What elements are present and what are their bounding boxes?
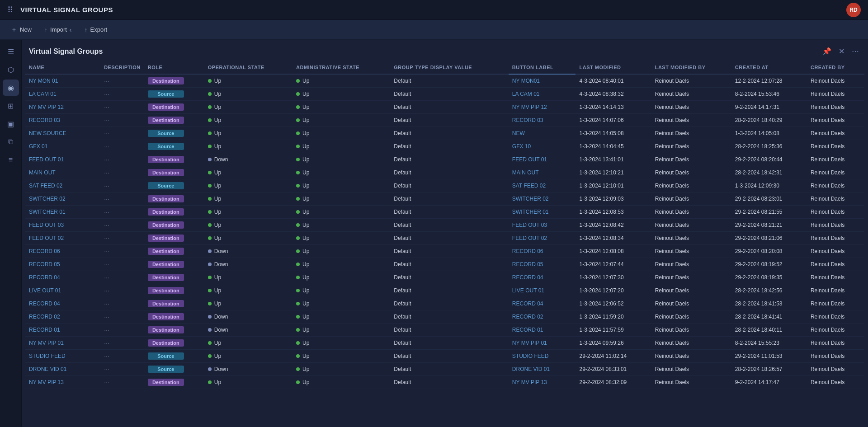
btn-label-link[interactable]: FEED OUT 01 — [512, 156, 547, 163]
nav-item-dashboard[interactable]: ⬡ — [3, 61, 19, 78]
cell-btn-label[interactable]: RECORD 01 — [509, 324, 576, 337]
avatar[interactable]: RD — [846, 3, 861, 17]
cell-name[interactable]: SWITCHER 02 — [25, 192, 100, 206]
nav-item-list[interactable]: ≡ — [3, 152, 19, 168]
cell-btn-label[interactable]: RECORD 03 — [509, 114, 576, 127]
btn-label-link[interactable]: NY MV PIP 12 — [512, 104, 547, 110]
cell-btn-label[interactable]: SWITCHER 01 — [509, 206, 576, 219]
btn-label-link[interactable]: DRONE VID 01 — [512, 366, 550, 372]
btn-label-link[interactable]: RECORD 05 — [512, 261, 543, 267]
cell-options[interactable]: ··· — [100, 219, 144, 232]
cell-options[interactable]: ··· — [100, 310, 144, 324]
cell-options[interactable]: ··· — [100, 350, 144, 363]
grid-icon[interactable]: ⠿ — [7, 5, 13, 15]
cell-name[interactable]: NEW SOURCE — [25, 127, 100, 140]
col-description[interactable]: DESCRIPTION — [100, 61, 144, 74]
cell-name[interactable]: RECORD 03 — [25, 114, 100, 127]
cell-btn-label[interactable]: LA CAM 01 — [509, 88, 576, 101]
cell-name[interactable]: RECORD 06 — [25, 245, 100, 258]
cell-options[interactable]: ··· — [100, 206, 144, 219]
cell-options[interactable]: ··· — [100, 258, 144, 271]
cell-name[interactable]: SAT FEED 02 — [25, 179, 100, 192]
cell-options[interactable]: ··· — [100, 74, 144, 88]
cell-btn-label[interactable]: NY MV PIP 13 — [509, 376, 576, 389]
cell-btn-label[interactable]: SAT FEED 02 — [509, 179, 576, 192]
btn-label-link[interactable]: LA CAM 01 — [512, 91, 540, 97]
cell-name[interactable]: NY MV PIP 01 — [25, 337, 100, 350]
cell-name[interactable]: NY MON 01 — [25, 74, 100, 88]
btn-label-link[interactable]: RECORD 06 — [512, 248, 543, 254]
cell-options[interactable]: ··· — [100, 88, 144, 101]
btn-label-link[interactable]: SAT FEED 02 — [512, 183, 546, 189]
cell-options[interactable]: ··· — [100, 245, 144, 258]
col-last-modified[interactable]: LAST MODIFIED — [576, 61, 651, 74]
cell-name[interactable]: RECORD 04 — [25, 297, 100, 310]
col-btn-label[interactable]: BUTTON LABEL — [509, 61, 576, 74]
btn-label-link[interactable]: STUDIO FEED — [512, 353, 549, 359]
cell-options[interactable]: ··· — [100, 153, 144, 166]
col-last-modified-by[interactable]: LAST MODIFIED BY — [651, 61, 731, 74]
btn-label-link[interactable]: RECORD 01 — [512, 327, 543, 333]
cell-name[interactable]: RECORD 05 — [25, 258, 100, 271]
cell-btn-label[interactable]: MAIN OUT — [509, 166, 576, 179]
new-button[interactable]: ＋ New — [5, 23, 37, 37]
nav-item-groups[interactable]: ⊞ — [3, 98, 19, 114]
cell-name[interactable]: RECORD 04 — [25, 271, 100, 284]
nav-item-monitor[interactable]: ▣ — [3, 116, 19, 132]
btn-label-link[interactable]: RECORD 03 — [512, 117, 543, 123]
cell-name[interactable]: STUDIO FEED — [25, 350, 100, 363]
col-op-state[interactable]: OPERATIONAL STATE — [204, 61, 292, 74]
cell-options[interactable]: ··· — [100, 114, 144, 127]
col-created-at[interactable]: CREATED AT — [731, 61, 807, 74]
cell-name[interactable]: MAIN OUT — [25, 166, 100, 179]
cell-btn-label[interactable]: DRONE VID 01 — [509, 363, 576, 376]
cell-name[interactable]: SWITCHER 01 — [25, 206, 100, 219]
cell-name[interactable]: RECORD 01 — [25, 324, 100, 337]
close-button[interactable]: ✕ — [837, 45, 846, 57]
cell-btn-label[interactable]: RECORD 04 — [509, 297, 576, 310]
col-role[interactable]: ROLE — [144, 61, 204, 74]
cell-options[interactable]: ··· — [100, 297, 144, 310]
btn-label-link[interactable]: LIVE OUT 01 — [512, 287, 544, 294]
cell-options[interactable]: ··· — [100, 337, 144, 350]
cell-btn-label[interactable]: FEED OUT 02 — [509, 232, 576, 245]
cell-options[interactable]: ··· — [100, 284, 144, 297]
cell-options[interactable]: ··· — [100, 140, 144, 153]
col-adm-state[interactable]: ADMINISTRATIVE STATE — [292, 61, 390, 74]
cell-btn-label[interactable]: SWITCHER 02 — [509, 192, 576, 206]
btn-label-link[interactable]: FEED OUT 03 — [512, 222, 547, 228]
cell-options[interactable]: ··· — [100, 127, 144, 140]
cell-btn-label[interactable]: NY MON01 — [509, 74, 576, 88]
nav-item-signals[interactable]: ◉ — [3, 80, 19, 96]
cell-btn-label[interactable]: GFX 10 — [509, 140, 576, 153]
btn-label-link[interactable]: SWITCHER 02 — [512, 196, 549, 202]
cell-options[interactable]: ··· — [100, 179, 144, 192]
cell-btn-label[interactable]: FEED OUT 01 — [509, 153, 576, 166]
cell-options[interactable]: ··· — [100, 232, 144, 245]
cell-options[interactable]: ··· — [100, 101, 144, 114]
cell-options[interactable]: ··· — [100, 376, 144, 389]
cell-name[interactable]: RECORD 02 — [25, 310, 100, 324]
btn-label-link[interactable]: GFX 10 — [512, 143, 531, 150]
cell-name[interactable]: GFX 01 — [25, 140, 100, 153]
btn-label-link[interactable]: NY MV PIP 01 — [512, 340, 547, 346]
cell-options[interactable]: ··· — [100, 324, 144, 337]
btn-label-link[interactable]: NY MON01 — [512, 78, 540, 84]
btn-label-link[interactable]: FEED OUT 02 — [512, 235, 547, 241]
cell-btn-label[interactable]: STUDIO FEED — [509, 350, 576, 363]
col-created-by[interactable]: CREATED BY — [807, 61, 864, 74]
btn-label-link[interactable]: RECORD 04 — [512, 274, 543, 281]
cell-btn-label[interactable]: FEED OUT 03 — [509, 219, 576, 232]
nav-item-routing[interactable]: ⧉ — [3, 134, 19, 150]
cell-options[interactable]: ··· — [100, 271, 144, 284]
col-name[interactable]: NAME — [25, 61, 100, 74]
cell-name[interactable]: DRONE VID 01 — [25, 363, 100, 376]
cell-options[interactable]: ··· — [100, 363, 144, 376]
cell-name[interactable]: LA CAM 01 — [25, 88, 100, 101]
cell-btn-label[interactable]: NY MV PIP 12 — [509, 101, 576, 114]
btn-label-link[interactable]: RECORD 04 — [512, 300, 543, 307]
cell-btn-label[interactable]: LIVE OUT 01 — [509, 284, 576, 297]
btn-label-link[interactable]: RECORD 02 — [512, 314, 543, 320]
cell-name[interactable]: NY MV PIP 12 — [25, 101, 100, 114]
btn-label-link[interactable]: MAIN OUT — [512, 169, 539, 176]
